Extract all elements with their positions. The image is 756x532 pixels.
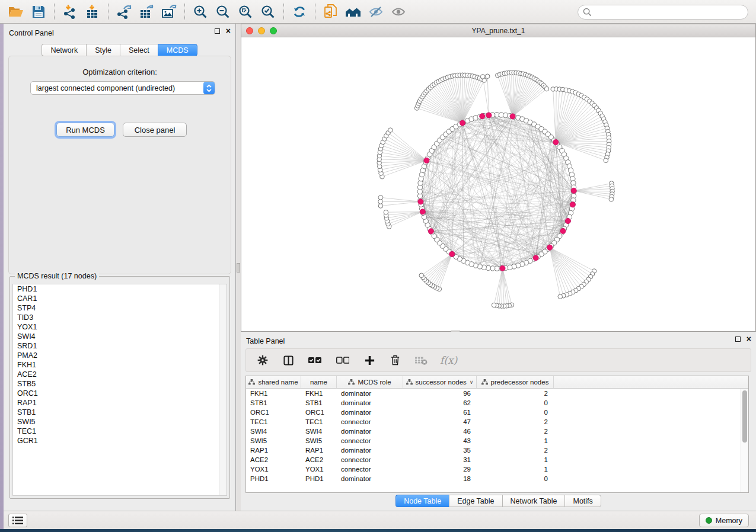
- vertical-splitter[interactable]: [236, 24, 241, 511]
- tab-node-table[interactable]: Node Table: [395, 495, 449, 507]
- mcds-result-item[interactable]: TEC1: [13, 427, 227, 436]
- hub-node[interactable]: [570, 202, 575, 207]
- tab-network[interactable]: Network: [42, 44, 86, 56]
- mcds-result-item[interactable]: STB5: [13, 379, 227, 389]
- table-row[interactable]: TEC1TEC1connector472: [246, 417, 748, 427]
- scrollbar-thumb[interactable]: [742, 390, 747, 443]
- mcds-result-item[interactable]: SRD1: [13, 341, 227, 351]
- show-all-button[interactable]: [387, 2, 410, 21]
- hub-node[interactable]: [449, 251, 455, 257]
- mcds-result-item[interactable]: RAP1: [13, 398, 227, 408]
- close-panel-icon[interactable]: ×: [747, 336, 751, 342]
- tab-style[interactable]: Style: [86, 44, 120, 56]
- table-row[interactable]: FKH1FKH1dominator962: [246, 389, 748, 398]
- mcds-result-item[interactable]: YOX1: [13, 322, 227, 332]
- tab-mcds[interactable]: MCDS: [158, 44, 197, 56]
- run-mcds-button[interactable]: Run MCDS: [56, 123, 114, 137]
- network-canvas[interactable]: [241, 37, 755, 331]
- memory-button[interactable]: Memory: [699, 514, 749, 527]
- task-history-button[interactable]: [8, 514, 27, 527]
- zoom-fit-button[interactable]: [234, 2, 257, 21]
- tab-motifs[interactable]: Motifs: [564, 495, 601, 507]
- tab-select[interactable]: Select: [120, 44, 158, 56]
- mcds-result-item[interactable]: TID3: [13, 313, 227, 322]
- hub-node[interactable]: [418, 199, 423, 204]
- hub-node[interactable]: [565, 218, 570, 223]
- mcds-result-item[interactable]: SWI5: [13, 417, 227, 427]
- mcds-result-item[interactable]: ACE2: [13, 370, 227, 379]
- hub-node[interactable]: [571, 188, 576, 193]
- mcds-result-item[interactable]: GCR1: [13, 436, 227, 446]
- mcds-result-item[interactable]: CAR1: [13, 294, 227, 303]
- hub-node[interactable]: [480, 114, 485, 119]
- deselect-all-rows-button[interactable]: [334, 351, 351, 370]
- mcds-result-item[interactable]: STB1: [13, 408, 227, 417]
- search-input[interactable]: [592, 7, 748, 18]
- close-panel-icon[interactable]: ×: [226, 28, 231, 34]
- refresh-view-button[interactable]: [288, 2, 311, 21]
- open-file-button[interactable]: [5, 2, 27, 21]
- delete-column-button[interactable]: [388, 351, 402, 370]
- column-header-shared-name[interactable]: shared name: [246, 376, 301, 388]
- close-panel-button[interactable]: Close panel: [123, 123, 187, 137]
- hub-node[interactable]: [424, 158, 429, 163]
- network-view-window: YPA_prune.txt_1: [241, 24, 756, 332]
- tab-edge-table[interactable]: Edge Table: [449, 495, 502, 507]
- table-row[interactable]: ACE2ACE2connector311: [246, 455, 748, 464]
- hub-node[interactable]: [460, 120, 465, 126]
- create-column-button[interactable]: [362, 351, 377, 370]
- float-panel-icon[interactable]: [215, 28, 220, 34]
- mcds-result-item[interactable]: FKH1: [13, 360, 227, 370]
- export-network-button[interactable]: [113, 2, 135, 21]
- import-network-button[interactable]: [59, 2, 81, 21]
- hub-node[interactable]: [428, 229, 433, 234]
- network-graph[interactable]: [241, 37, 755, 331]
- mcds-result-item[interactable]: PMA2: [13, 351, 227, 360]
- hub-node[interactable]: [553, 139, 559, 145]
- table-row[interactable]: ORC1ORC1dominator610: [246, 408, 748, 417]
- hub-node[interactable]: [420, 209, 425, 214]
- export-table-button[interactable]: [135, 2, 158, 21]
- table-settings-button[interactable]: [256, 351, 270, 370]
- column-header-predecessor-nodes[interactable]: predecessor nodes: [477, 376, 554, 388]
- save-session-button[interactable]: [27, 2, 50, 21]
- hub-node[interactable]: [560, 228, 566, 233]
- hub-node[interactable]: [500, 265, 505, 271]
- column-header-successor-nodes[interactable]: successor nodes∨: [403, 376, 477, 388]
- import-table-button[interactable]: [81, 2, 104, 21]
- splitter-handle[interactable]: [237, 263, 240, 273]
- tab-network-table[interactable]: Network Table: [502, 495, 565, 507]
- hub-node[interactable]: [510, 114, 515, 119]
- clone-network-button[interactable]: [320, 2, 342, 21]
- table-row[interactable]: STB1STB1dominator620: [246, 398, 748, 408]
- table-row[interactable]: SWI4SWI4dominator462: [246, 427, 748, 436]
- select-all-rows-button[interactable]: [307, 351, 323, 370]
- column-header-name[interactable]: name: [301, 376, 337, 388]
- table-row[interactable]: SWI5SWI5connector431: [246, 436, 748, 446]
- first-neighbors-button[interactable]: [342, 2, 365, 21]
- zoom-out-button[interactable]: [212, 2, 234, 21]
- zoom-in-button[interactable]: [189, 2, 212, 21]
- criterion-dropdown[interactable]: largest connected component (undirected): [30, 81, 215, 95]
- mcds-list-scrollbar[interactable]: [219, 284, 227, 495]
- table-row[interactable]: RAP1RAP1dominator352: [246, 446, 748, 455]
- table-row[interactable]: PHD1PHD1dominator180: [246, 474, 748, 483]
- network-window-titlebar[interactable]: YPA_prune.txt_1: [241, 24, 755, 37]
- hub-node[interactable]: [533, 255, 538, 261]
- mcds-result-item[interactable]: ORC1: [13, 389, 227, 398]
- hide-selected-button[interactable]: [365, 2, 387, 21]
- hub-node[interactable]: [547, 245, 553, 250]
- hub-node[interactable]: [486, 113, 492, 118]
- table-scrollbar[interactable]: [741, 389, 748, 492]
- column-header-mcds-role[interactable]: MCDS role: [337, 376, 403, 388]
- table-cell: FKH1: [246, 390, 301, 397]
- mcds-result-item[interactable]: SWI4: [13, 332, 227, 341]
- mcds-result-item[interactable]: STP4: [13, 303, 227, 313]
- export-image-button[interactable]: [158, 2, 180, 21]
- mcds-result-item[interactable]: PHD1: [13, 284, 227, 294]
- float-panel-icon[interactable]: [735, 336, 741, 342]
- table-cell: 96: [403, 390, 477, 397]
- zoom-selected-button[interactable]: [257, 2, 279, 21]
- table-row[interactable]: YOX1YOX1connector291: [246, 464, 748, 474]
- show-columns-button[interactable]: [281, 351, 295, 370]
